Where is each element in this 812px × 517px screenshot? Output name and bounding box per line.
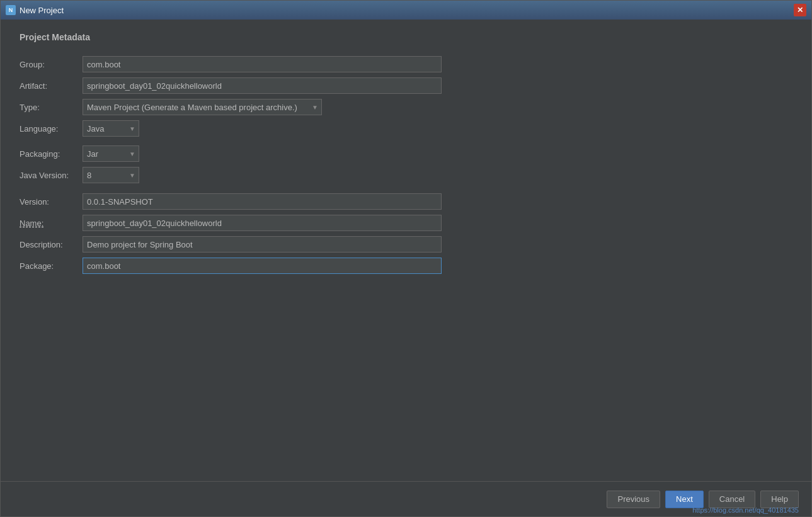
artifact-label: Artifact: [20,75,83,96]
java-version-row: Java Version: 8 11 17 ▼ [20,164,792,186]
title-bar: N New Project ✕ [1,1,811,20]
section-title: Project Metadata [20,32,792,42]
cancel-button[interactable]: Cancel [709,491,755,508]
footer-url: https://blog.csdn.net/qq_40181435 [692,506,799,514]
group-field [83,54,792,75]
content-area: Project Metadata Group: Artifact: Type: [1,20,811,481]
java-version-label: Java Version: [20,164,83,186]
description-field [83,234,792,255]
artifact-field [83,75,792,96]
language-select[interactable]: Java Kotlin Groovy [83,120,139,137]
artifact-input[interactable] [83,77,442,94]
close-button[interactable]: ✕ [794,4,806,16]
group-row: Group: [20,54,792,75]
description-row: Description: [20,234,792,255]
group-label: Group: [20,54,83,75]
version-field [83,191,792,212]
previous-button[interactable]: Previous [607,491,660,508]
bottom-bar: Previous Next Cancel Help https://blog.c… [1,481,811,516]
window-title: New Project [20,6,64,15]
packaging-select[interactable]: Jar War [83,145,139,162]
type-select[interactable]: Maven Project (Generate a Maven based pr… [83,99,322,115]
title-bar-left: N New Project [6,5,64,15]
java-version-field: 8 11 17 ▼ [83,164,792,186]
spacer-2 [20,186,792,191]
name-row: Name: [20,212,792,234]
java-version-select[interactable]: 8 11 17 [83,167,139,183]
name-field [83,212,792,234]
version-row: Version: [20,191,792,212]
version-label: Version: [20,191,83,212]
type-select-wrapper: Maven Project (Generate a Maven based pr… [83,99,322,115]
form-table: Group: Artifact: Type: Maven Projec [20,54,792,276]
package-input[interactable] [83,258,442,274]
artifact-row: Artifact: [20,75,792,96]
group-input[interactable] [83,56,442,72]
package-label: Package: [20,255,83,276]
version-input[interactable] [83,193,442,210]
name-label: Name: [20,212,83,234]
main-window: N New Project ✕ Project Metadata Group: … [0,0,812,517]
packaging-label: Packaging: [20,143,83,164]
type-field: Maven Project (Generate a Maven based pr… [83,96,792,118]
window-icon: N [6,5,16,15]
package-row: Package: [20,255,792,276]
packaging-row: Packaging: Jar War ▼ [20,143,792,164]
description-label: Description: [20,234,83,255]
packaging-field: Jar War ▼ [83,143,792,164]
help-button[interactable]: Help [760,491,799,508]
language-select-wrapper: Java Kotlin Groovy ▼ [83,120,139,137]
type-row: Type: Maven Project (Generate a Maven ba… [20,96,792,118]
language-row: Language: Java Kotlin Groovy ▼ [20,118,792,139]
description-input[interactable] [83,236,442,253]
svg-text:N: N [9,7,13,13]
package-field [83,255,792,276]
next-button[interactable]: Next [665,491,704,508]
language-field: Java Kotlin Groovy ▼ [83,118,792,139]
language-label: Language: [20,118,83,139]
java-version-select-wrapper: 8 11 17 ▼ [83,167,139,183]
type-label: Type: [20,96,83,118]
packaging-select-wrapper: Jar War ▼ [83,145,139,162]
name-input[interactable] [83,215,442,231]
